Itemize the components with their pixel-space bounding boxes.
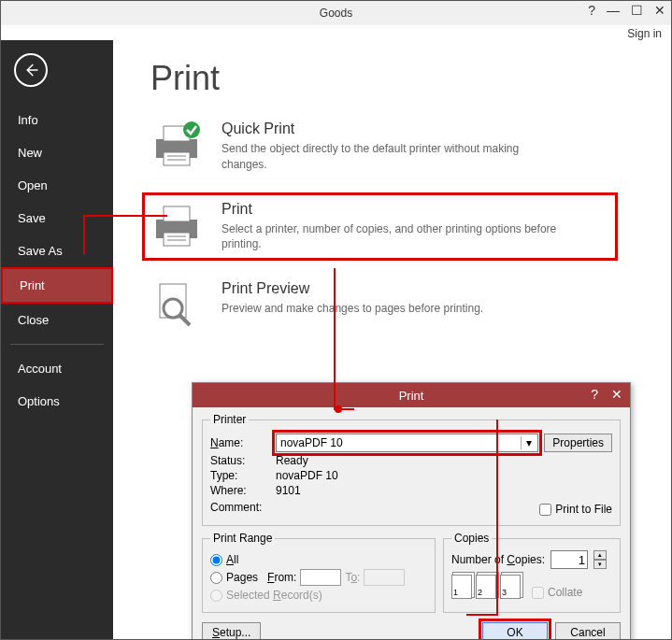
printer-group: Printer Name: novaPDF 10 ▾ Properties St… [202, 413, 621, 526]
print-to-file-input[interactable] [539, 504, 551, 516]
range-selected-input [210, 590, 222, 602]
sidebar-item-close[interactable]: Close [1, 304, 113, 336]
copies-spinner[interactable]: ▴▾ [593, 550, 607, 569]
annotation-line [83, 215, 167, 217]
collate-checkbox: Collate [532, 586, 582, 599]
sidebar-separator [10, 344, 104, 345]
status-label: Status: [210, 454, 270, 467]
dialog-help-icon[interactable]: ? [591, 387, 598, 402]
page-icon: 1 [451, 575, 472, 599]
svg-point-5 [183, 121, 200, 138]
annotation-line [466, 614, 498, 616]
annotation-dot [335, 405, 342, 413]
cancel-button[interactable]: Cancel [555, 622, 621, 640]
copies-legend: Copies [451, 532, 492, 545]
option-title: Print Preview [222, 280, 483, 297]
setup-button[interactable]: Setup... [202, 622, 261, 640]
chevron-down-icon: ▾ [521, 436, 536, 449]
range-pages-input[interactable] [210, 572, 222, 584]
window-title: Goods [1, 7, 671, 20]
option-title: Print [222, 201, 558, 218]
print-dialog: Print ? ✕ Printer Name: novaPDF 10 ▾ Pro… [192, 382, 631, 640]
option-print[interactable]: Print Select a printer, number of copies… [145, 195, 615, 259]
range-selected-radio: Selected Record(s) [210, 589, 427, 602]
annotation-line [334, 268, 336, 410]
dialog-title: Print [193, 389, 630, 403]
dialog-close-icon[interactable]: ✕ [611, 387, 622, 402]
option-desc: Preview and make changes to pages before… [222, 301, 483, 317]
print-to-file-checkbox[interactable]: Print to File [539, 503, 612, 516]
range-legend: Print Range [210, 532, 275, 545]
dialog-titlebar: Print ? ✕ [193, 383, 630, 407]
page-title: Print [150, 59, 643, 98]
printer-legend: Printer [210, 413, 249, 426]
option-quick-print[interactable]: Quick Print Send the object directly to … [150, 121, 643, 173]
option-title: Quick Print [222, 121, 558, 137]
type-label: Type: [210, 469, 270, 482]
sidebar-item-print[interactable]: Print [1, 267, 113, 304]
from-field[interactable] [300, 569, 341, 586]
sidebar-item-account[interactable]: Account [1, 352, 113, 385]
option-desc: Send the object directly to the default … [222, 141, 558, 173]
maximize-icon[interactable]: ☐ [631, 3, 643, 18]
printer-name-dropdown[interactable]: novaPDF 10 ▾ [276, 434, 538, 452]
option-desc: Select a printer, number of copies, and … [222, 221, 558, 253]
page-icon: 3 [500, 575, 521, 599]
printer-check-icon [150, 121, 203, 169]
close-icon[interactable]: ✕ [654, 3, 665, 18]
name-label: Name: [210, 436, 270, 449]
sign-in-link[interactable]: Sign in [1, 25, 671, 40]
print-range-group: Print Range All Pages From: To: [202, 532, 436, 613]
page-icon: 2 [476, 575, 496, 599]
sidebar-item-info[interactable]: Info [1, 104, 113, 136]
copies-input[interactable] [550, 550, 588, 569]
to-field [364, 569, 405, 586]
printer-name-value: novaPDF 10 [280, 436, 343, 449]
sidebar-item-open[interactable]: Open [1, 169, 113, 202]
status-value: Ready [276, 454, 308, 467]
collate-input [532, 587, 544, 599]
minimize-icon[interactable]: — [607, 3, 620, 18]
range-all-radio[interactable]: All [210, 553, 427, 566]
range-pages-radio[interactable]: Pages From: To: [210, 569, 427, 586]
copies-group: Copies Number of Copies: ▴▾ 1 2 3 Collat… [443, 532, 621, 613]
printer-icon [150, 201, 203, 249]
sidebar-item-save-as[interactable]: Save As [1, 235, 113, 267]
sidebar-item-new[interactable]: New [1, 136, 113, 169]
svg-rect-7 [164, 206, 190, 221]
svg-rect-8 [164, 233, 190, 246]
sidebar-item-save[interactable]: Save [1, 202, 113, 235]
where-label: Where: [210, 484, 270, 497]
title-bar: Goods ? — ☐ ✕ [1, 1, 671, 25]
ok-button[interactable]: OK [482, 622, 548, 640]
magnifier-page-icon [150, 280, 203, 329]
annotation-line [83, 215, 85, 254]
comment-label: Comment: [210, 501, 270, 514]
type-value: novaPDF 10 [276, 469, 338, 482]
sidebar-item-options[interactable]: Options [1, 385, 113, 418]
backstage-sidebar: Info New Open Save Save As Print Close A… [1, 40, 113, 639]
properties-button[interactable]: Properties [544, 434, 612, 452]
range-all-input[interactable] [210, 554, 222, 566]
option-print-preview[interactable]: Print Preview Preview and make changes t… [150, 280, 643, 329]
svg-rect-2 [164, 152, 190, 165]
annotation-line [496, 420, 498, 614]
help-icon[interactable]: ? [588, 3, 595, 18]
where-value: 9101 [276, 484, 301, 497]
back-button[interactable] [14, 53, 48, 87]
copies-label: Number of Copies: [451, 553, 545, 566]
